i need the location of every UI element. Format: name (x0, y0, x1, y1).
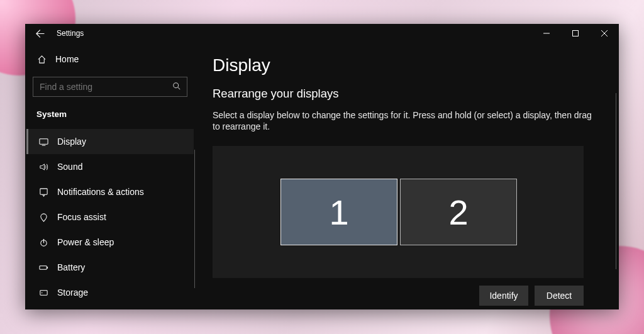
back-button[interactable] (25, 24, 54, 43)
search-input[interactable] (33, 77, 187, 97)
svg-rect-13 (40, 290, 47, 295)
maximize-button[interactable] (561, 24, 590, 43)
battery-icon (38, 263, 48, 272)
sidebar-item-label: Battery (57, 262, 85, 272)
sidebar-item-label: Storage (57, 287, 88, 298)
svg-rect-12 (47, 267, 47, 269)
sound-icon (38, 162, 48, 172)
sidebar-item-label: Focus assist (57, 212, 106, 222)
sidebar-item-power-sleep[interactable]: Power & sleep (26, 230, 194, 255)
button-label: Identify (489, 291, 518, 301)
minimize-icon (543, 30, 550, 36)
detect-button[interactable]: Detect (535, 286, 584, 306)
identify-button[interactable]: Identify (479, 286, 528, 306)
display-tile-label: 1 (329, 192, 348, 233)
back-arrow-icon (35, 29, 45, 38)
maximize-icon (572, 30, 579, 36)
titlebar: Settings (25, 24, 619, 43)
sidebar-item-label: Display (57, 136, 86, 147)
svg-rect-6 (39, 138, 47, 143)
svg-rect-11 (39, 265, 46, 269)
sidebar-item-storage[interactable]: Storage (26, 280, 194, 305)
section-subheading: Rearrange your displays (213, 87, 601, 101)
content-scrollbar[interactable] (616, 93, 616, 269)
home-label: Home (55, 54, 79, 64)
sidebar-item-notifications[interactable]: Notifications & actions (26, 179, 194, 204)
display-arrangement-area[interactable]: 1 2 (213, 146, 584, 278)
settings-window: Settings Home System (25, 24, 619, 309)
focus-assist-icon (38, 213, 48, 222)
svg-point-4 (174, 83, 179, 88)
minimize-button[interactable] (532, 24, 561, 43)
svg-rect-1 (573, 31, 579, 36)
notifications-icon (38, 187, 48, 197)
close-button[interactable] (590, 24, 619, 43)
button-label: Detect (547, 291, 572, 301)
page-heading: Display (213, 55, 601, 75)
home-nav[interactable]: Home (33, 48, 187, 70)
close-icon (601, 30, 608, 36)
sidebar-item-display[interactable]: Display (26, 129, 194, 154)
svg-line-5 (178, 87, 180, 90)
svg-point-14 (41, 292, 42, 293)
section-description: Select a display below to change the set… (213, 109, 601, 132)
sidebar-item-sound[interactable]: Sound (26, 154, 194, 179)
search-icon (172, 82, 181, 92)
sidebar: Home System Display Sound (25, 43, 195, 309)
sidebar-item-label: Power & sleep (57, 237, 114, 247)
home-icon (36, 55, 47, 64)
content-pane: Display Rearrange your displays Select a… (195, 43, 619, 309)
display-tile-2[interactable]: 2 (400, 179, 517, 245)
display-tile-label: 2 (448, 192, 468, 233)
sidebar-item-label: Sound (57, 162, 82, 172)
sidebar-item-focus-assist[interactable]: Focus assist (26, 204, 194, 230)
category-label: System (36, 109, 187, 119)
display-icon (38, 137, 48, 147)
power-icon (38, 238, 48, 247)
display-tile-1[interactable]: 1 (280, 179, 397, 245)
storage-icon (38, 288, 48, 298)
svg-rect-8 (40, 188, 47, 194)
sidebar-item-battery[interactable]: Battery (26, 255, 194, 280)
window-title: Settings (54, 29, 84, 38)
sidebar-item-label: Notifications & actions (57, 187, 144, 197)
